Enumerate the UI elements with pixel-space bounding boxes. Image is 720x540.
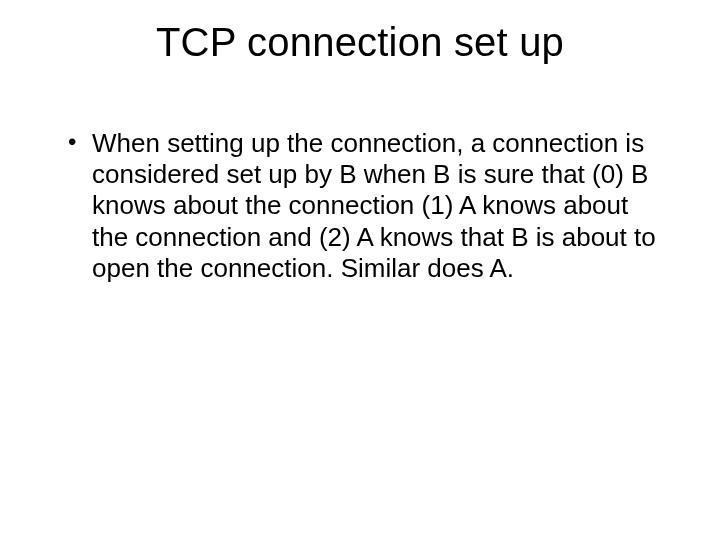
bullet-text: When setting up the connection, a connec…: [92, 128, 656, 283]
slide: TCP connection set up When setting up th…: [0, 0, 720, 540]
slide-title: TCP connection set up: [0, 20, 720, 65]
slide-body: When setting up the connection, a connec…: [64, 128, 664, 284]
list-item: When setting up the connection, a connec…: [64, 128, 664, 284]
bullet-list: When setting up the connection, a connec…: [64, 128, 664, 284]
